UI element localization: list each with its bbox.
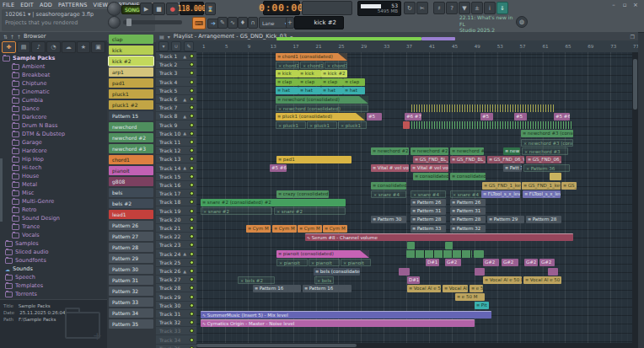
playlist-clip-newchord-consolidated-[interactable]: newchord (consolidated): [276, 104, 368, 112]
playlist-clip-pianoit[interactable]: pianoit: [276, 259, 308, 266]
stop-button[interactable]: ■: [153, 3, 165, 15]
playlist-clip-newchord-2[interactable]: newchord #2: [411, 147, 448, 155]
pattern-add-button[interactable]: +: [286, 17, 294, 29]
playlist-clip-snare-2-consolidated-2[interactable]: snare #2 (consolidated) #2: [201, 199, 346, 206]
playlist-clip-gs-fnd-06-v2[interactable]: GS_FND_06_V2: [526, 156, 561, 163]
playlist-clip-pattern-31[interactable]: Pattern 31: [411, 207, 446, 215]
playlist-clip-bels[interactable]: bels: [314, 276, 334, 284]
track-header-6[interactable]: Track 6▲: [156, 95, 196, 104]
playlist-clip[interactable]: [475, 268, 485, 276]
track-mute-dot[interactable]: [190, 269, 194, 273]
playlist-clip-pluck1[interactable]: pluck1: [338, 121, 367, 129]
typing-keyboard-button[interactable]: ⌨: [192, 17, 206, 29]
draw-tool-icon[interactable]: ✎: [217, 17, 228, 29]
playlist-clip-pluck1[interactable]: pluck1: [307, 121, 337, 129]
tree-item-retro[interactable]: Retro: [0, 206, 107, 214]
pattern-item-pattern-32[interactable]: Pattern 32: [109, 286, 153, 296]
playlist-clip-clap[interactable]: clap: [321, 78, 343, 86]
playlist-clip-hat[interactable]: hat: [321, 87, 343, 94]
playlist-clip-pattern-36[interactable]: Pattern 36: [523, 164, 570, 172]
tree-item-hardcore[interactable]: Hardcore: [0, 147, 107, 155]
playlist-clip-hat[interactable]: hat: [276, 87, 298, 94]
playlist-clip-cym-m[interactable]: Cym M: [298, 225, 322, 233]
track-header-23[interactable]: Track 23: [156, 241, 196, 249]
favorites-tab[interactable]: ★: [77, 41, 91, 53]
playlist-clip[interactable]: [445, 242, 453, 249]
track-mute-dot[interactable]: [190, 234, 194, 238]
tree-item-dtm-dubstep[interactable]: DTM & Dubstep: [0, 130, 107, 138]
track-header-4[interactable]: Track 4: [156, 78, 196, 87]
track-collapse-icon[interactable]: ▲: [183, 251, 186, 256]
playlist-clip-pattern-26[interactable]: Pattern 26: [450, 199, 486, 206]
master-pitch-knob[interactable]: [108, 16, 121, 29]
playlist-clip-pattern-16[interactable]: Pattern 16: [303, 285, 352, 292]
playlist-clip-cym-m[interactable]: Cym M: [272, 225, 297, 233]
track-header-21[interactable]: Track 21: [156, 224, 196, 233]
track-mute-dot[interactable]: [190, 80, 194, 84]
playlist-clip--5-6[interactable]: #5 #6: [554, 113, 570, 120]
playlist-clip-snare-4[interactable]: snare #4: [371, 190, 406, 198]
pattern-item-pattern-34[interactable]: Pattern 34: [109, 308, 153, 318]
playlist-clip-consolidated-d-[interactable]: consolidated[d]: [371, 182, 406, 190]
track-header-1[interactable]: Track 1▲: [156, 52, 196, 61]
pattern-item-pad1[interactable]: pad1: [109, 78, 153, 88]
playlist-clip-g-2[interactable]: G#2: [539, 259, 555, 266]
pattern-item-lead1[interactable]: lead1: [109, 210, 153, 219]
play-button[interactable]: ▶: [140, 3, 153, 15]
playlist-clip[interactable]: [411, 121, 573, 129]
tree-item-cumbia[interactable]: Cumbia: [0, 96, 107, 104]
tree-item-chiptune[interactable]: Chiptune: [0, 79, 107, 88]
playlist-clip-newchord-2[interactable]: newchord #2: [371, 147, 409, 155]
track-mute-dot[interactable]: [190, 252, 194, 256]
track-mute-dot[interactable]: [190, 71, 194, 75]
tree-item-hi-tech[interactable]: Hi-tech: [0, 163, 107, 172]
cloud-tab[interactable]: ☁: [62, 41, 76, 53]
playlist-clip-hat[interactable]: hat: [343, 87, 365, 94]
playlist-clip--5[interactable]: #5: [367, 113, 382, 120]
playlist-clip-pattern-33[interactable]: Pattern 33: [411, 225, 446, 233]
tree-item-breakbeat[interactable]: Breakbeat: [0, 71, 107, 79]
playlist-clip-d-1[interactable]: D#1: [426, 259, 439, 266]
playlist-clip-d-1[interactable]: D#1: [407, 276, 420, 284]
playlist-clip-vital-vel-volume[interactable]: Vital # vel volume: [411, 164, 448, 172]
playlist-clip-g-2[interactable]: G#2: [502, 259, 518, 266]
track-header-25[interactable]: Track 25: [156, 259, 196, 267]
pattern-item-pattern-28[interactable]: Pattern 28: [109, 243, 153, 252]
track-header-17[interactable]: Track 17: [156, 190, 196, 198]
save-new-version-icon[interactable]: ±: [471, 2, 483, 14]
playlist-clip-vocal-al-e-50-bj[interactable]: Vocal Al e 50 BJ: [523, 276, 561, 284]
tree-item-ambient[interactable]: Ambient: [0, 62, 107, 71]
playlist-clip-pattern-32[interactable]: Pattern 32: [450, 225, 486, 233]
files-tab[interactable]: ▤: [17, 41, 31, 53]
tree-item-misc[interactable]: Misc: [0, 189, 107, 197]
playlist-clip-cymatics-origin-master-noise-level[interactable]: Cymatics Origin - Master - Noise level: [201, 319, 475, 327]
playlist-clip-consolidated-d-[interactable]: consolidated[d]: [450, 173, 486, 180]
pattern-selector[interactable]: kick #2: [294, 16, 344, 29]
playlist-clip-pianoit[interactable]: pianoit: [341, 259, 371, 266]
track-header-20[interactable]: Track 20: [156, 216, 196, 224]
track-mute-dot[interactable]: [190, 166, 194, 170]
track-header-27[interactable]: Track 27: [156, 276, 196, 284]
playlist-clip--6-7[interactable]: #6 #7: [405, 113, 421, 120]
playlist-clip-pattern-29[interactable]: Pattern 29: [487, 216, 524, 223]
playlist-clip-gs-b[interactable]: GS_B: [561, 182, 577, 190]
info-icon[interactable]: i: [484, 2, 496, 14]
playlist-options-icon[interactable]: ▾: [158, 41, 169, 51]
playlist-clip-new-3[interactable]: new #3: [503, 147, 520, 155]
playlist-clip-g-2[interactable]: G#2: [483, 259, 499, 266]
pattern-item-pianoit[interactable]: pianoit: [109, 166, 153, 175]
audio-tab[interactable]: ♪: [31, 41, 46, 53]
track-mute-dot[interactable]: [190, 286, 194, 290]
playlist-clip-pad1[interactable]: pad1: [276, 156, 352, 163]
menu-item-file[interactable]: FILE: [3, 2, 14, 8]
pattern-item-pluck1[interactable]: pluck1: [109, 89, 153, 99]
pattern-item-pattern-31[interactable]: Pattern 31: [109, 276, 153, 285]
pattern-item-pluck1-2[interactable]: pluck1 #2: [109, 100, 153, 110]
track-header-12[interactable]: Track 12: [156, 147, 196, 155]
track-mute-dot[interactable]: [190, 329, 194, 333]
track-mute-dot[interactable]: [190, 140, 194, 144]
tree-item-darkcore[interactable]: Darkcore: [0, 113, 107, 121]
track-mute-dot[interactable]: [190, 260, 194, 265]
headphones-icon[interactable]: ∩: [248, 17, 258, 29]
close-button[interactable]: ×: [631, 2, 641, 8]
